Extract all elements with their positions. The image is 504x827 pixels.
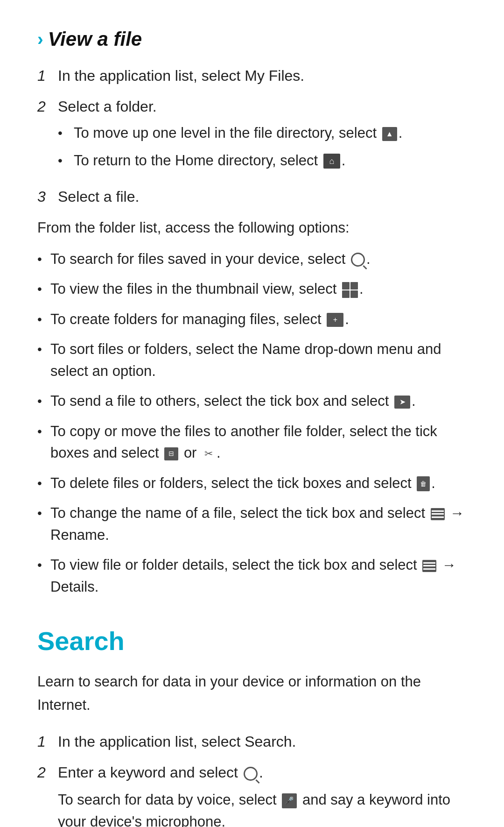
mic-icon: 🎤 [282,793,297,808]
bullet-dot-opt5: • [37,391,46,412]
step-1-text: In the application list, select My Files… [58,64,304,87]
view-file-title: View a file [48,28,142,50]
arrow-right-icon: ➤ [394,396,410,409]
step-1: 1 In the application list, select My Fil… [37,64,467,87]
folder-add-icon: + [327,313,343,327]
bullet-dot-opt8: • [37,503,46,546]
copy-icon: ⊟ [164,447,178,460]
scissors-icon: ✂ [202,447,215,460]
option-create-folder-text: To create folders for managing files, se… [50,309,349,331]
search-step-2-number: 2 [37,761,50,827]
option-send: • To send a file to others, select the t… [37,390,467,412]
page-content: › View a file 1 In the application list,… [37,28,467,827]
bullet-dot-1: • [58,123,66,144]
home-icon: ⌂ [323,154,340,169]
view-file-header: › View a file [37,28,467,50]
option-thumbnail: • To view the files in the thumbnail vie… [37,278,467,300]
option-copy-move-text: To copy or move the files to another fil… [50,421,467,464]
bullet-dot-opt4: • [37,339,46,382]
search-steps: 1 In the application list, select Search… [37,730,467,827]
folder-options-list: • To search for files saved in your devi… [37,248,467,598]
menu-icon-rename [431,508,445,520]
option-details-text: To view file or folder details, select t… [50,554,467,598]
step-2-text: Select a folder. [58,98,157,115]
sub-bullet-1-text: To move up one level in the file directo… [74,122,402,144]
bullet-dot-2: • [58,151,66,172]
step-1-number: 1 [37,64,50,87]
step-2-subbullets: • To move up one level in the file direc… [58,122,402,171]
sub-bullet-1: • To move up one level in the file direc… [58,122,402,144]
bullet-dot-opt7: • [37,474,46,495]
step-3: 3 Select a file. [37,185,467,208]
bullet-dot-opt6: • [37,422,46,464]
step-2-content: Select a folder. • To move up one level … [58,95,402,177]
option-create-folder: • To create folders for managing files, … [37,309,467,331]
search-step-1-number: 1 [37,730,50,753]
option-details: • To view file or folder details, select… [37,554,467,598]
menu-icon-details [422,560,436,572]
step-2: 2 Select a folder. • To move up one leve… [37,95,467,177]
bullet-dot-opt2: • [37,279,46,300]
bullet-dot-opt3: • [37,310,46,331]
search-step-2: 2 Enter a keyword and select . To search… [37,761,467,827]
search-step-1: 1 In the application list, select Search… [37,730,467,753]
step-2-number: 2 [37,95,50,177]
option-delete: • To delete files or folders, select the… [37,473,467,495]
search-description: Learn to search for data in your device … [37,670,467,716]
search-icon-step2 [244,767,258,781]
option-delete-text: To delete files or folders, select the t… [50,473,435,495]
step-3-text: Select a file. [58,185,139,208]
search-step-2-text: Enter a keyword and select . [58,764,263,781]
chevron-right-icon: › [37,30,43,48]
option-rename: • To change the name of a file, select t… [37,502,467,546]
option-copy-move: • To copy or move the files to another f… [37,421,467,464]
view-file-section: › View a file 1 In the application list,… [37,28,467,598]
search-section: Search Learn to search for data in your … [37,626,467,827]
option-thumbnail-text: To view the files in the thumbnail view,… [50,278,364,300]
step-3-number: 3 [37,185,50,208]
sub-bullet-2: • To return to the Home directory, selec… [58,150,402,172]
bullet-dot-opt9: • [37,555,46,598]
up-icon: ▲ [382,127,397,141]
search-step-2-content: Enter a keyword and select . To search f… [58,761,467,827]
option-sort-text: To sort files or folders, select the Nam… [50,339,467,382]
search-step-1-text: In the application list, select Search. [58,730,296,753]
search-section-title: Search [37,626,467,656]
option-sort: • To sort files or folders, select the N… [37,339,467,382]
search-voice-note: To search for data by voice, select 🎤 an… [58,789,467,827]
from-folder-intro: From the folder list, access the followi… [37,217,467,239]
grid-icon-inline [342,282,358,298]
search-icon-inline [351,253,365,267]
option-rename-text: To change the name of a file, select the… [50,502,467,546]
option-send-text: To send a file to others, select the tic… [50,390,416,412]
trash-icon: 🗑 [417,476,430,491]
view-file-steps: 1 In the application list, select My Fil… [37,64,467,208]
bullet-dot-opt1: • [37,249,46,270]
option-search: • To search for files saved in your devi… [37,248,467,270]
sub-bullet-2-text: To return to the Home directory, select … [74,150,345,172]
option-search-text: To search for files saved in your device… [50,248,371,270]
